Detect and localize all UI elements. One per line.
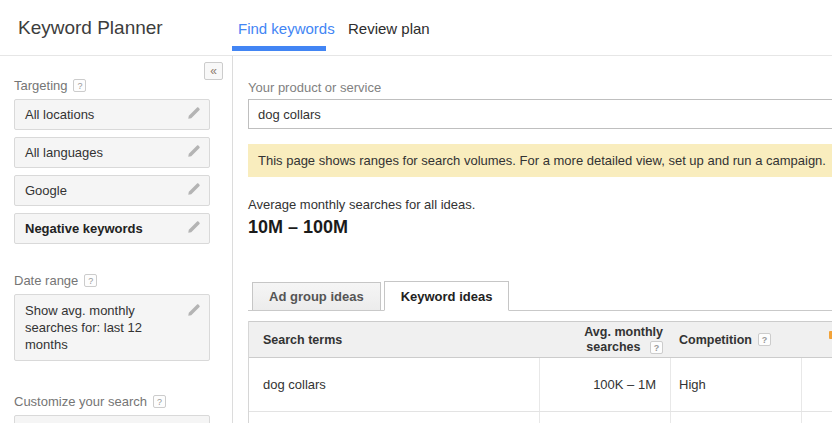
filler-cell <box>540 412 671 423</box>
targeting-languages-box[interactable]: All languages <box>14 137 210 168</box>
date-range-value: Show avg. monthly searches for: last 12 … <box>25 302 186 353</box>
help-icon[interactable]: ? <box>84 274 97 287</box>
edit-pencil-icon[interactable] <box>186 144 201 162</box>
product-service-input[interactable] <box>248 99 832 129</box>
keyword-filters-box[interactable]: Keyword filters <box>14 415 210 423</box>
edit-pencil-icon[interactable] <box>186 182 201 200</box>
customize-section-label: Customize your search ? <box>14 394 232 409</box>
product-service-label: Your product or service <box>248 80 832 95</box>
targeting-label-text: Targeting <box>14 78 67 93</box>
avg-searches-range: 10M – 100M <box>248 217 832 238</box>
filler-cell <box>802 412 832 423</box>
negative-keywords-box[interactable]: Negative keywords <box>14 213 210 244</box>
notice-banner: This page shows ranges for search volume… <box>248 144 832 177</box>
help-icon[interactable]: ? <box>73 79 86 92</box>
cell-avg-searches: 100K – 1M <box>540 358 671 411</box>
idea-tabs: Ad group ideas Keyword ideas <box>248 280 832 311</box>
date-range-box[interactable]: Show avg. monthly searches for: last 12 … <box>14 294 210 361</box>
targeting-locations-box[interactable]: All locations <box>14 99 210 130</box>
targeting-section-label: Targeting ? <box>14 78 232 93</box>
tab-ad-group-ideas[interactable]: Ad group ideas <box>252 282 381 310</box>
collapse-sidebar-button[interactable]: « <box>204 62 223 80</box>
edit-pencil-icon[interactable] <box>186 303 201 321</box>
date-range-label-text: Date range <box>14 273 78 288</box>
avg-searches-caption: Average monthly searches for all ideas. <box>248 197 832 212</box>
cell-competition: High <box>671 358 802 411</box>
competition-label: Competition <box>679 333 752 347</box>
tab-keyword-ideas[interactable]: Keyword ideas <box>384 281 510 311</box>
sidebar: « Targeting ? All locations All language… <box>0 56 233 423</box>
page-title: Keyword Planner <box>18 17 163 39</box>
customize-label-text: Customize your search <box>14 394 147 409</box>
app-header: Keyword Planner Find keywords Review pla… <box>0 0 832 56</box>
filler-cell <box>249 412 540 423</box>
date-range-section-label: Date range ? <box>14 273 232 288</box>
main-content: Your product or service This page shows … <box>233 56 832 423</box>
locations-value: All locations <box>25 106 98 123</box>
filler-cell <box>671 412 802 423</box>
col-header-avg-monthly-searches[interactable]: Avg. monthly searches ? <box>540 322 671 357</box>
cell-search-term[interactable]: dog collars <box>249 358 540 411</box>
spacer <box>0 251 232 273</box>
negative-keywords-value: Negative keywords <box>25 220 147 237</box>
keyword-planner-page: Keyword Planner Find keywords Review pla… <box>0 0 832 423</box>
edit-pencil-icon[interactable] <box>186 106 201 124</box>
keyword-ideas-table: Search terms Avg. monthly searches ? Com… <box>248 321 832 423</box>
help-icon[interactable]: ? <box>153 395 166 408</box>
network-value: Google <box>25 182 71 199</box>
table-empty-area <box>249 412 832 423</box>
tab-find-keywords[interactable]: Find keywords <box>238 20 335 37</box>
search-terms-label: Search terms <box>263 333 342 347</box>
table-header-row: Search terms Avg. monthly searches ? Com… <box>249 321 832 358</box>
help-icon[interactable]: ? <box>650 341 663 354</box>
edit-pencil-icon[interactable] <box>186 220 201 238</box>
table-row[interactable]: dog collars 100K – 1M High <box>249 358 832 412</box>
active-tab-underline <box>232 46 326 51</box>
cell-clipped <box>802 358 832 411</box>
languages-value: All languages <box>25 144 107 161</box>
col-header-competition[interactable]: Competition ? <box>671 322 802 357</box>
tab-review-plan[interactable]: Review plan <box>348 20 430 37</box>
col-header-clipped <box>802 322 832 357</box>
spacer <box>0 368 232 394</box>
help-icon[interactable]: ? <box>758 333 771 346</box>
targeting-network-box[interactable]: Google <box>14 175 210 206</box>
col-header-search-terms[interactable]: Search terms <box>249 322 540 357</box>
